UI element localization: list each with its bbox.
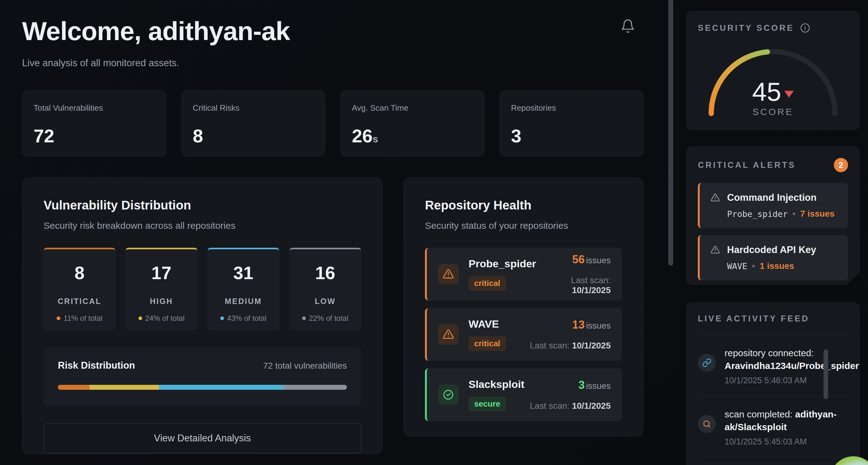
severity-count: 31 — [208, 262, 279, 283]
severity-count: 16 — [290, 262, 361, 283]
alert-repo: WAVE — [727, 261, 747, 271]
severity-percent: 24% of total — [126, 314, 197, 323]
severity-dot-icon — [138, 317, 142, 320]
separator-dot — [752, 265, 755, 267]
critical-alerts-card: CRITICAL ALERTS 2 Command Injection Prob… — [686, 146, 860, 285]
repo-name: Probe_spider — [468, 258, 536, 270]
repo-info: WAVE critical — [468, 318, 530, 351]
panels-row: Vulnerability Distribution Security risk… — [22, 177, 643, 454]
stat-card-repositories: Repositories 3 — [500, 91, 644, 156]
stats-row: Total Vulnerabilities 72 Critical Risks … — [22, 91, 643, 156]
feed-item-text: repository connected: Aravindha1234u/Pro… — [724, 347, 859, 372]
feed-item-time: 10/1/2025 5:45:03 AM — [724, 437, 839, 447]
score-label: SCORE — [705, 107, 842, 117]
critical-alerts-header: CRITICAL ALERTS 2 — [698, 158, 848, 172]
repo-stats: 56 issues Last scan: 10/1/2025 — [536, 253, 611, 295]
severity-grid: 8 CRITICAL 11% of total 17 HIGH 24% of t… — [43, 248, 361, 330]
dashboard-page: Welcome, adithyan-ak Live analysis of al… — [0, 0, 868, 465]
alert-issue-count: 1 issues — [760, 261, 794, 271]
alert-list: Command Injection Probe_spider 7 issues … — [698, 183, 848, 280]
risk-segment-medium — [159, 385, 283, 390]
repo-row-wave[interactable]: WAVE critical 13 issues Last scan: 10/1/… — [425, 308, 622, 361]
warning-triangle-icon — [710, 245, 720, 255]
vulnerability-distribution-panel: Vulnerability Distribution Security risk… — [22, 177, 383, 454]
stat-label: Total Vulnerabilities — [34, 103, 155, 113]
alert-details: WAVE 1 issues — [710, 261, 838, 271]
notifications-bell-icon[interactable] — [620, 19, 638, 36]
severity-dot-icon — [302, 317, 306, 320]
status-badge: critical — [468, 336, 506, 351]
status-badge: critical — [468, 276, 506, 291]
page-subtitle: Live analysis of all monitored assets. — [22, 58, 643, 69]
severity-tile-medium: 31 MEDIUM 43% of total — [208, 248, 279, 330]
stat-label: Repositories — [511, 103, 632, 113]
stat-label: Avg. Scan Time — [352, 103, 473, 113]
alert-heading: Command Injection — [710, 192, 838, 203]
warning-triangle-icon — [710, 193, 720, 203]
alert-item-hardcoded-api-key[interactable]: Hardcoded API Key WAVE 1 issues — [698, 235, 848, 280]
stat-card-avg-scan-time: Avg. Scan Time 26s — [340, 91, 485, 156]
severity-label: HIGH — [126, 297, 197, 306]
risk-distribution-total: 72 total vulnerabilities — [263, 361, 347, 371]
security-score-gauge: 45 SCORE — [705, 45, 842, 117]
live-activity-feed-card: LIVE ACTIVITY FEED repository connected:… — [686, 302, 860, 465]
repo-issues: 56 issues — [536, 253, 611, 266]
main-scrollbar[interactable] — [668, 0, 673, 266]
stat-label: Critical Risks — [193, 103, 314, 113]
risk-distribution-section: Risk Distribution 72 total vulnerabiliti… — [43, 347, 361, 406]
feed-item-body: scan completed: adithyan-ak/Slacksploit … — [724, 408, 839, 447]
feed-scrollbar[interactable] — [824, 350, 828, 399]
status-badge: secure — [468, 397, 506, 411]
risk-segment-critical — [58, 385, 90, 390]
alert-title: Command Injection — [727, 192, 817, 203]
alerts-count-badge: 2 — [834, 158, 848, 172]
info-icon[interactable] — [800, 23, 810, 33]
panel-subtitle: Security risk breakdown across all repos… — [43, 220, 361, 231]
severity-label: CRITICAL — [44, 297, 115, 306]
repo-info: Slacksploit secure — [468, 378, 530, 411]
search-icon — [698, 415, 716, 433]
repo-info: Probe_spider critical — [468, 258, 536, 291]
security-score-title: SECURITY SCORE — [698, 23, 794, 33]
alert-title: Hardcoded API Key — [727, 244, 816, 256]
severity-tile-low: 16 LOW 22% of total — [289, 248, 361, 330]
stat-unit: s — [373, 133, 378, 144]
repo-stats: 3 issues Last scan: 10/1/2025 — [530, 378, 611, 411]
score-readout: 45 SCORE — [705, 79, 842, 117]
warning-triangle-icon — [438, 264, 459, 285]
severity-percent: 11% of total — [44, 314, 115, 323]
severity-percent: 43% of total — [208, 314, 279, 323]
security-score-header: SECURITY SCORE — [698, 23, 848, 33]
repo-name: WAVE — [468, 318, 530, 330]
severity-tile-high: 17 HIGH 24% of total — [125, 248, 197, 330]
link-icon — [698, 354, 716, 372]
severity-dot-icon — [57, 317, 60, 320]
severity-count: 17 — [126, 262, 197, 283]
feed-item-body: repository connected: Aravindha1234u/Pro… — [724, 347, 859, 386]
repo-name: Slacksploit — [468, 378, 530, 390]
repo-row-probe-spider[interactable]: Probe_spider critical 56 issues Last sca… — [425, 248, 622, 301]
view-detailed-analysis-button[interactable]: View Detailed Analysis — [43, 423, 361, 453]
score-trend-down-icon — [784, 91, 794, 98]
risk-segment-high — [90, 385, 159, 390]
repository-health-panel: Repository Health Security status of you… — [404, 177, 643, 436]
warning-triangle-icon — [438, 324, 459, 345]
stat-card-total-vulnerabilities: Total Vulnerabilities 72 — [22, 91, 166, 156]
alert-heading: Hardcoded API Key — [710, 244, 838, 256]
severity-label: LOW — [290, 297, 361, 306]
repo-row-slacksploit[interactable]: Slacksploit secure 3 issues Last scan: 1… — [425, 368, 622, 421]
stat-value: 72 — [34, 125, 155, 147]
topbar — [22, 15, 643, 40]
alert-issue-count: 7 issues — [800, 209, 835, 219]
risk-distribution-bar — [58, 385, 347, 390]
repo-issues: 13 issues — [530, 318, 611, 331]
severity-count: 8 — [44, 262, 115, 283]
score-value: 45 — [752, 77, 781, 106]
panel-title: Vulnerability Distribution — [43, 198, 361, 212]
alert-details: Probe_spider 7 issues — [710, 209, 838, 219]
repo-last-scan: Last scan: 10/1/2025 — [530, 341, 611, 351]
critical-alerts-title: CRITICAL ALERTS — [698, 160, 796, 170]
alert-item-command-injection[interactable]: Command Injection Probe_spider 7 issues — [698, 183, 848, 228]
severity-tile-critical: 8 CRITICAL 11% of total — [43, 248, 116, 330]
repo-stats: 13 issues Last scan: 10/1/2025 — [530, 318, 611, 351]
